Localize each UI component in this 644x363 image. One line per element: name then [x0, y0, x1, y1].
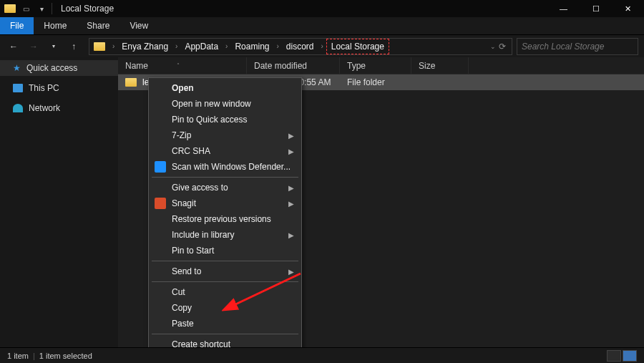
context-menu-item[interactable]: Snagit▶ [150, 195, 300, 211]
context-menu-item[interactable]: Cut [150, 284, 300, 300]
sidebar-item-quick-access[interactable]: ★ Quick access [0, 60, 118, 76]
chevron-right-icon[interactable]: › [320, 42, 325, 50]
column-headers: Name˄ Date modified Type Size [118, 57, 644, 74]
breadcrumb-seg[interactable]: Roaming [230, 39, 273, 54]
context-menu-label: Pin to Start [172, 246, 214, 256]
ribbon-tabs: File Home Share View [0, 17, 644, 34]
context-menu-item[interactable]: Pin to Quick access [150, 112, 300, 127]
sidebar-item-this-pc[interactable]: This PC [0, 80, 118, 96]
context-menu-item[interactable]: Restore previous versions [150, 211, 300, 227]
close-button[interactable]: ✕ [612, 0, 644, 17]
titlebar: ▭ ▾ Local Storage ― ☐ ✕ [0, 0, 644, 17]
refresh-button[interactable]: ⟳ [499, 42, 506, 52]
window-title: Local Storage [61, 4, 114, 14]
sidebar-item-label: Quick access [26, 63, 77, 73]
status-selected: 1 item selected [39, 352, 92, 360]
context-menu-item[interactable]: CRC SHA▶ [150, 143, 300, 159]
chevron-right-icon[interactable]: › [174, 42, 179, 50]
sidebar-item-network[interactable]: Network [0, 100, 118, 116]
up-button[interactable]: ↑ [66, 39, 82, 54]
context-menu-separator [152, 261, 298, 261]
context-menu-item[interactable]: Copy [150, 300, 300, 316]
maximize-button[interactable]: ☐ [580, 0, 612, 17]
star-icon: ★ [13, 63, 21, 73]
context-menu-item[interactable]: Open in new window [150, 96, 300, 112]
context-menu-label: Give access to [172, 183, 228, 193]
row-type: File folder [340, 77, 411, 87]
view-large-icons-button[interactable] [623, 350, 637, 362]
folder-icon [125, 78, 137, 87]
qat-new-folder-icon[interactable]: ▾ [36, 3, 47, 14]
context-menu-separator [152, 334, 298, 334]
context-menu-label: Restore previous versions [172, 214, 271, 224]
context-menu-label: Copy [172, 303, 192, 313]
context-menu-item[interactable]: Give access to▶ [150, 180, 300, 195]
context-menu-label: Open [172, 83, 194, 93]
breadcrumb-seg[interactable]: discord [282, 39, 318, 54]
context-menu-label: Pin to Quick access [172, 115, 247, 125]
context-menu-item[interactable]: Pin to Start [150, 243, 300, 258]
submenu-arrow-icon: ▶ [288, 147, 294, 155]
recent-dropdown[interactable]: ▾ [46, 39, 62, 54]
chevron-right-icon[interactable]: › [111, 42, 116, 50]
view-details-button[interactable] [607, 350, 621, 362]
context-menu-label: Include in library [172, 230, 234, 240]
sidebar: ★ Quick access This PC Network [0, 57, 118, 349]
context-menu-item[interactable]: Open [150, 80, 300, 96]
context-menu-label: Open in new window [172, 99, 251, 109]
column-date[interactable]: Date modified [247, 57, 340, 74]
context-menu-label: Send to [172, 266, 201, 276]
tab-view[interactable]: View [119, 17, 158, 34]
context-menu-separator [152, 281, 298, 282]
tab-share[interactable]: Share [77, 17, 119, 34]
breadcrumb-seg-current[interactable]: Local Storage [326, 39, 389, 54]
tab-file[interactable]: File [0, 17, 34, 34]
search-box[interactable] [517, 38, 638, 55]
defender-icon [155, 161, 166, 173]
column-type[interactable]: Type [340, 57, 411, 74]
breadcrumb[interactable]: › Enya Zhang › AppData › Roaming › disco… [89, 38, 512, 55]
network-icon [13, 104, 23, 112]
chevron-right-icon[interactable]: › [224, 42, 229, 50]
tab-home[interactable]: Home [34, 17, 77, 34]
folder-icon [94, 42, 105, 51]
context-menu-label: Paste [172, 319, 194, 329]
back-button[interactable]: ← [6, 39, 21, 54]
context-menu-item[interactable]: 7-Zip▶ [150, 127, 300, 143]
context-menu: OpenOpen in new windowPin to Quick acces… [148, 77, 302, 363]
context-menu-label: Cut [172, 287, 185, 297]
pc-icon [13, 84, 23, 92]
column-name[interactable]: Name˄ [118, 57, 247, 74]
submenu-arrow-icon: ▶ [288, 268, 294, 276]
status-count: 1 item [7, 352, 29, 360]
nav-row: ← → ▾ ↑ › Enya Zhang › AppData › Roaming… [0, 34, 644, 57]
context-menu-label: Snagit [172, 198, 196, 208]
context-menu-item[interactable]: Scan with Windows Defender... [150, 159, 300, 175]
context-menu-label: CRC SHA [172, 146, 210, 156]
submenu-arrow-icon: ▶ [288, 231, 294, 239]
submenu-arrow-icon: ▶ [288, 184, 294, 192]
sidebar-item-label: Network [29, 103, 60, 113]
context-menu-item[interactable]: Include in library▶ [150, 227, 300, 243]
breadcrumb-seg[interactable]: AppData [180, 39, 223, 54]
context-menu-item[interactable]: Paste [150, 316, 300, 331]
minimize-button[interactable]: ― [547, 0, 580, 17]
folder-icon [4, 4, 16, 13]
breadcrumb-seg[interactable]: Enya Zhang [117, 39, 172, 54]
status-bar: 1 item | 1 item selected [0, 347, 644, 363]
forward-button[interactable]: → [26, 39, 42, 54]
qat-props-icon[interactable]: ▭ [20, 3, 31, 14]
column-size[interactable]: Size [411, 57, 469, 74]
context-menu-item[interactable]: Send to▶ [150, 263, 300, 279]
submenu-arrow-icon: ▶ [288, 132, 294, 140]
breadcrumb-dropdown[interactable]: ⌄ [490, 43, 496, 50]
context-menu-separator [152, 177, 298, 178]
sort-asc-icon: ˄ [177, 62, 180, 69]
submenu-arrow-icon: ▶ [288, 200, 294, 208]
context-menu-label: 7-Zip [172, 130, 191, 140]
snagit-icon [155, 198, 166, 209]
search-input[interactable] [522, 42, 633, 52]
chevron-right-icon[interactable]: › [275, 42, 280, 50]
sidebar-item-label: This PC [29, 83, 59, 93]
context-menu-label: Scan with Windows Defender... [172, 162, 291, 172]
